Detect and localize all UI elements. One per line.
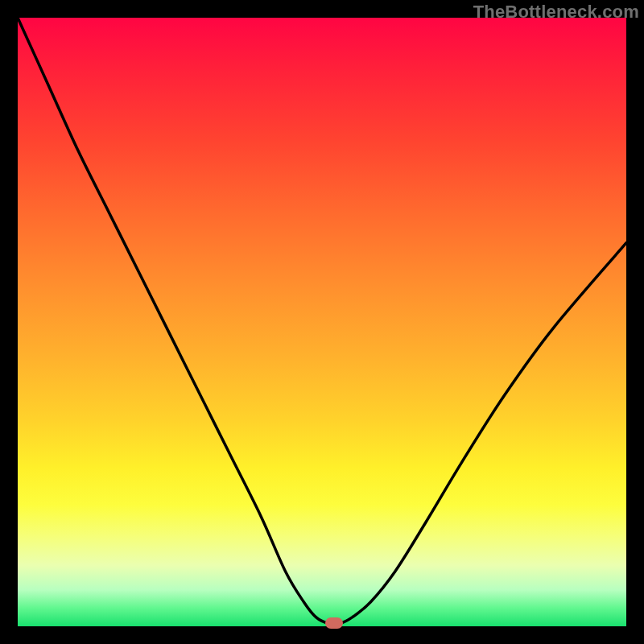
bottleneck-curve bbox=[18, 18, 626, 626]
chart-frame: TheBottleneck.com bbox=[0, 0, 644, 644]
watermark-text: TheBottleneck.com bbox=[473, 2, 639, 23]
chart-plot-area bbox=[18, 18, 626, 626]
minimum-marker bbox=[325, 617, 343, 629]
bottleneck-curve-path bbox=[18, 18, 626, 624]
